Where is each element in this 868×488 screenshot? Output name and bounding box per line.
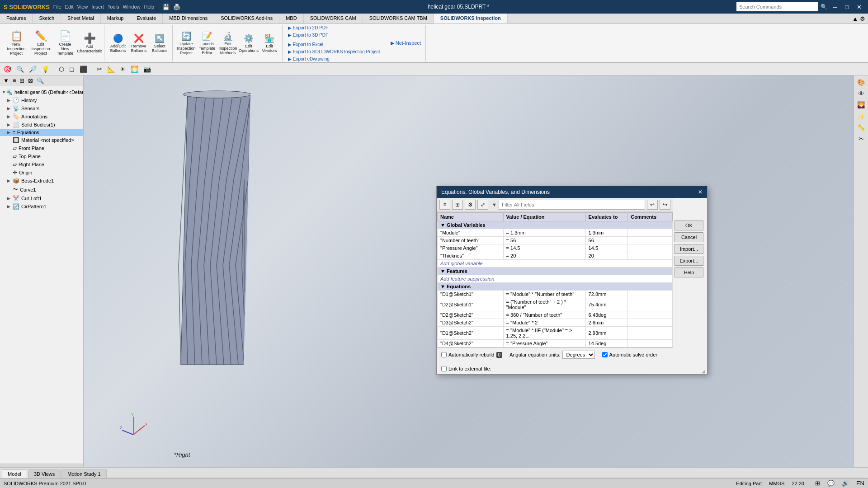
tree-item-boss-extrude1[interactable]: ▶ 📦 Boss-Extrude1	[0, 177, 83, 185]
view-display-icon[interactable]: 💡	[40, 65, 51, 74]
edit-menu[interactable]: Edit	[65, 4, 74, 9]
update-inspection-button[interactable]: 🔄 UpdateInspectionProject	[176, 31, 196, 56]
tab-evaluate[interactable]: Evaluate	[130, 14, 163, 23]
gv-module-name[interactable]: "Module"	[438, 229, 504, 237]
eq-d2sketch1-comment[interactable]	[628, 298, 673, 311]
tree-item-annotations[interactable]: ▶ 🏷️ Annotations	[0, 113, 83, 121]
feat-collapse-icon[interactable]: ▼	[440, 268, 445, 274]
tree-root[interactable]: ▼ 🔩 helical gear 05 (Default<<Default>_D	[0, 88, 83, 96]
dialog-close-icon[interactable]: ✕	[698, 189, 703, 195]
view-perspective-icon[interactable]: 📐	[105, 65, 117, 74]
add-characteristic-button[interactable]: ➕ AddCharacteristic	[78, 30, 101, 57]
create-new-template-button[interactable]: 📄 CreateNewTemplate	[53, 30, 77, 57]
gv-pressure-value[interactable]: = 14.5	[503, 244, 585, 252]
quick-print-icon[interactable]: 🖨️	[173, 4, 180, 10]
3d-viewport[interactable]: X Y Z *Right Equations, Global Variables…	[84, 75, 868, 467]
add-feature-suppression-row[interactable]: Add feature suppression	[438, 275, 673, 283]
taskbar-lang-icon[interactable]: EN	[856, 480, 864, 487]
eq-d1sketch1-name[interactable]: "D1@Sketch1"	[438, 291, 504, 298]
tab-mbd[interactable]: MBD	[279, 14, 303, 23]
export-3dpdf-button[interactable]: ▶ Export to 3D PDF	[287, 32, 381, 38]
auto-rebuild-checkbox[interactable]	[441, 352, 447, 357]
search-icon[interactable]: 🔍	[821, 4, 827, 10]
export-2dpdf-button[interactable]: ▶ Export to 2D PDF	[287, 25, 381, 31]
table-row[interactable]: "Pressure Angle" = 14.5 14.5	[438, 244, 673, 252]
angular-units-select[interactable]: Degrees Radians	[562, 351, 595, 359]
edit-inspection-project-button[interactable]: ✏️ EditInspectionProject	[29, 30, 52, 57]
gv-teeth-comment[interactable]	[628, 237, 673, 244]
export-excel-button[interactable]: ▶ Export to Excel	[287, 42, 381, 47]
eq-d4sketch2-comment[interactable]	[628, 340, 673, 347]
tab-model[interactable]: Model	[2, 469, 27, 478]
filter-icon[interactable]: ▼	[2, 77, 10, 84]
taskbar-icon2[interactable]: 💬	[827, 480, 835, 487]
close-button[interactable]: ✕	[854, 3, 864, 11]
view-wireframe-icon[interactable]: ⬡	[57, 65, 66, 74]
dialog-tb-expand-btn[interactable]: ⤢	[477, 200, 488, 210]
right-tb-render-icon[interactable]: ✨	[855, 111, 867, 121]
right-tb-display-icon[interactable]: 🎨	[855, 77, 867, 87]
restore-button[interactable]: □	[842, 3, 851, 11]
taskbar-icon3[interactable]: 🔊	[842, 480, 849, 487]
eq-d2sketch2-value[interactable]: = 360 / "Number of teeth"	[503, 311, 585, 319]
gv-collapse-icon[interactable]: ▼	[440, 222, 445, 228]
add-global-variable-label[interactable]: Add global variable	[438, 260, 673, 267]
view-section-icon[interactable]: ✂	[95, 65, 104, 74]
gv-teeth-name[interactable]: "Number of teeth"	[438, 237, 504, 244]
help-button[interactable]: Help	[675, 267, 703, 277]
table-row[interactable]: "D3@Sketch2" = "Module" * 2 2.6mm	[438, 319, 673, 327]
ribbon-expand-icon[interactable]: ▲	[852, 15, 858, 22]
gv-module-comment[interactable]	[628, 229, 673, 237]
right-tb-measure-icon[interactable]: 📏	[855, 122, 867, 132]
dialog-tb-undo-btn[interactable]: ↩	[647, 200, 658, 210]
tools-menu[interactable]: Tools	[108, 4, 119, 9]
view-hidden-icon[interactable]: ◻	[67, 65, 76, 74]
tab-sketch[interactable]: Sketch	[33, 14, 61, 23]
eq-d1sketch1-comment[interactable]	[628, 291, 673, 298]
table-row[interactable]: "D4@Sketch2" = "Pressure Angle" 14.5deg	[438, 340, 673, 347]
view-lights-icon[interactable]: ☀	[118, 65, 127, 74]
new-inspection-project-button[interactable]: 📋 NewInspectionProject	[5, 30, 28, 57]
gv-teeth-value[interactable]: = 56	[503, 237, 585, 244]
tree-item-cirpattern1[interactable]: ▶ 🔃 CirPattern1	[0, 202, 83, 211]
eq-collapse-icon[interactable]: ▼	[440, 284, 445, 289]
tab-motion-study[interactable]: Motion Study 1	[61, 469, 106, 478]
table-row[interactable]: "D2@Sketch2" = 360 / "Number of teeth" 6…	[438, 311, 673, 319]
tree-item-sensors[interactable]: ▶ 📡 Sensors	[0, 104, 83, 113]
tab-solidworks-inspection[interactable]: SOLIDWORKS Inspection	[434, 14, 508, 23]
export-edrawing-button[interactable]: ▶ Export eDwrawing	[287, 56, 381, 62]
tree-item-right-plane[interactable]: ▱ Right Plane	[0, 160, 83, 169]
table-row[interactable]: "D1@Sketch2" = "Module" * IIF ("Module" …	[438, 327, 673, 340]
eq-d3sketch2-comment[interactable]	[628, 319, 673, 327]
table-row[interactable]: "Thicknes" = 20 20	[438, 252, 673, 260]
remove-balloons-button[interactable]: ❌ RemoveBalloons	[129, 31, 149, 56]
eq-d2sketch1-name[interactable]: "D2@Sketch1"	[438, 298, 504, 311]
tab-solidworks-cam[interactable]: SOLIDWORKS CAM	[304, 14, 363, 23]
filter-all-fields-input[interactable]	[499, 200, 645, 210]
taskbar-icon1[interactable]: ⊞	[815, 480, 820, 487]
window-menu[interactable]: Window	[123, 4, 140, 9]
eq-d1sketch2-comment[interactable]	[628, 327, 673, 340]
search-commands-input[interactable]	[736, 2, 818, 11]
tab-solidworks-addins[interactable]: SOLIDWORKS Add-Ins	[214, 14, 279, 23]
table-row[interactable]: "D1@Sketch1" = "Module" * "Number of tee…	[438, 291, 673, 298]
tree-item-curve1[interactable]: 〜 Curve1	[0, 185, 83, 194]
eq-d1sketch2-name[interactable]: "D1@Sketch2"	[438, 327, 504, 340]
collapse-icon[interactable]: ⊠	[27, 77, 34, 84]
eq-d1sketch2-value[interactable]: = "Module" * IIF ("Module" = > 1.25, 2.2…	[503, 327, 585, 340]
eq-d1sketch1-value[interactable]: = "Module" * "Number of teeth"	[503, 291, 585, 298]
table-row[interactable]: "Module" = 1.3mm 1.3mm	[438, 229, 673, 237]
export-sw-button[interactable]: ▶ Export to SOLIDWORKS Inspection Projec…	[287, 49, 381, 55]
table-row[interactable]: "Number of teeth" = 56 56	[438, 237, 673, 244]
edit-operations-button[interactable]: ⚙️ EditOperations	[239, 31, 259, 56]
list-view-icon[interactable]: ≡	[11, 77, 18, 84]
gv-thickness-comment[interactable]	[628, 252, 673, 260]
edit-inspection-methods-button[interactable]: 🔬 EditInspectionMethods	[218, 31, 238, 56]
tab-mbd-dimensions[interactable]: MBD Dimensions	[163, 14, 214, 23]
tree-item-equations[interactable]: ▶ = Equations	[0, 129, 83, 136]
search-tree-icon[interactable]: 🔍	[35, 77, 45, 84]
dialog-tb-equations-btn[interactable]: ≡	[439, 200, 450, 210]
tree-item-solid-bodies[interactable]: ▶ ⬜ Solid Bodies(1)	[0, 121, 83, 129]
eq-d2sketch2-comment[interactable]	[628, 311, 673, 319]
add-feature-label[interactable]: Add feature suppression	[438, 275, 673, 283]
